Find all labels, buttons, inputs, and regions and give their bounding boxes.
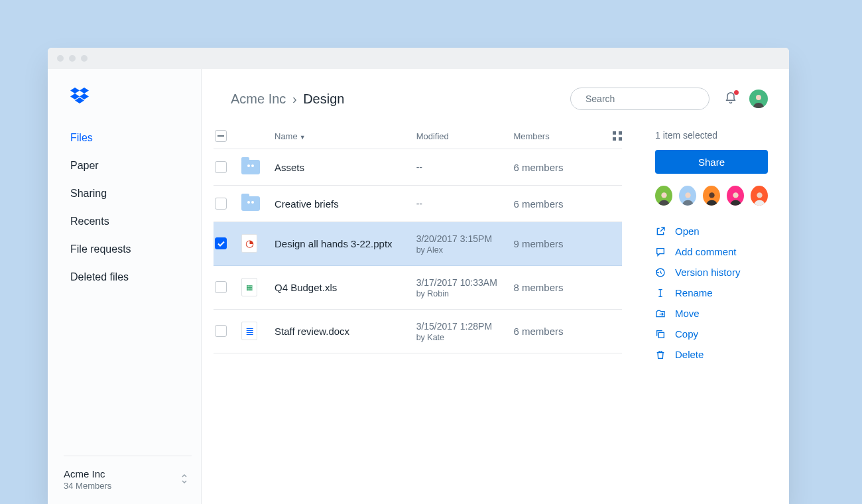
svg-rect-6	[613, 137, 616, 141]
svg-rect-3	[217, 135, 224, 137]
member-avatar[interactable]	[703, 186, 720, 206]
table-row[interactable]: ◔ Design all hands 3-22.pptx 3/20/2017 3…	[214, 222, 622, 266]
members-cell: 8 members	[513, 282, 602, 293]
user-avatar[interactable]	[749, 90, 768, 108]
header: Acme Inc › Design	[202, 88, 789, 123]
member-avatar[interactable]	[751, 186, 768, 206]
dropbox-logo-icon[interactable]	[70, 88, 185, 105]
main: Acme Inc › Design	[202, 69, 789, 504]
sort-descending-icon: ▼	[300, 134, 306, 141]
column-header-members[interactable]: Members	[513, 131, 602, 141]
file-actions: Open Add comment Version history Re	[655, 225, 768, 360]
history-icon	[655, 267, 666, 278]
delete-icon	[655, 349, 666, 360]
sidebar-item-files[interactable]: Files	[70, 124, 185, 152]
svg-point-11	[733, 192, 738, 198]
members-cell: 6 members	[513, 326, 602, 337]
powerpoint-file-icon: ◔	[241, 234, 257, 253]
select-all-checkbox[interactable]	[215, 130, 227, 142]
shared-folder-icon	[241, 196, 260, 211]
excel-file-icon: ▦	[241, 278, 257, 296]
word-file-icon: ≣	[241, 322, 257, 340]
svg-point-10	[709, 192, 714, 198]
file-name[interactable]: Assets	[275, 162, 416, 173]
table-header: Name▼ Modified Members	[214, 123, 622, 149]
sidebar: Files Paper Sharing Recents File request…	[48, 69, 202, 504]
table-area: Name▼ Modified Members Assets --	[202, 123, 789, 360]
column-header-name[interactable]: Name▼	[275, 131, 416, 141]
svg-rect-5	[619, 131, 622, 135]
member-avatar[interactable]	[655, 186, 672, 206]
file-table: Name▼ Modified Members Assets --	[214, 123, 635, 360]
window-dot	[57, 55, 64, 62]
svg-point-9	[685, 192, 690, 198]
selection-count: 1 item selected	[655, 130, 768, 141]
copy-icon	[655, 329, 666, 340]
action-version-history[interactable]: Version history	[655, 267, 768, 278]
sidebar-item-recents[interactable]: Recents	[70, 208, 185, 235]
action-add-comment[interactable]: Add comment	[655, 246, 768, 257]
action-move[interactable]: Move	[655, 308, 768, 319]
member-avatar[interactable]	[727, 186, 744, 206]
file-name[interactable]: Q4 Budget.xls	[275, 282, 416, 293]
shared-folder-icon	[241, 160, 260, 174]
breadcrumb-parent[interactable]: Acme Inc	[231, 92, 286, 106]
sidebar-item-paper[interactable]: Paper	[70, 152, 185, 180]
sidebar-item-sharing[interactable]: Sharing	[70, 180, 185, 208]
svg-rect-14	[658, 332, 664, 338]
members-cell: 6 members	[513, 162, 602, 173]
file-name[interactable]: Design all hands 3-22.pptx	[275, 238, 416, 249]
svg-point-12	[757, 192, 762, 198]
window-dot	[81, 55, 88, 62]
open-icon	[655, 226, 666, 237]
breadcrumb-current: Design	[303, 92, 344, 106]
row-checkbox[interactable]	[215, 237, 227, 249]
breadcrumb-separator: ›	[290, 92, 300, 106]
row-checkbox[interactable]	[215, 198, 227, 210]
members-cell: 9 members	[513, 238, 602, 249]
file-name[interactable]: Staff review.docx	[275, 326, 416, 337]
rename-icon	[655, 288, 666, 298]
action-rename[interactable]: Rename	[655, 287, 768, 298]
modified-cell: --	[416, 198, 514, 210]
sidebar-nav: Files Paper Sharing Recents File request…	[70, 124, 185, 291]
comment-icon	[655, 247, 666, 257]
table-row[interactable]: Creative briefs -- 6 members	[214, 186, 622, 222]
member-avatars	[655, 186, 768, 206]
action-copy[interactable]: Copy	[655, 328, 768, 340]
view-grid-button[interactable]	[602, 131, 622, 141]
table-row[interactable]: Assets -- 6 members	[214, 149, 622, 186]
notifications-button[interactable]	[724, 92, 737, 107]
modified-cell: 3/17/2017 10:33AM by Robin	[416, 277, 514, 298]
column-header-modified[interactable]: Modified	[416, 131, 514, 141]
move-icon	[655, 308, 666, 319]
app-window: Files Paper Sharing Recents File request…	[48, 48, 789, 504]
table-row[interactable]: ≣ Staff review.docx 3/15/2017 1:28PM by …	[214, 310, 622, 353]
modified-cell: 3/20/2017 3:15PM by Alex	[416, 233, 514, 255]
search-input[interactable]	[585, 94, 702, 104]
svg-rect-7	[619, 137, 622, 141]
row-checkbox[interactable]	[215, 325, 227, 337]
window-titlebar	[48, 48, 789, 69]
action-open[interactable]: Open	[655, 225, 768, 237]
member-avatar[interactable]	[679, 186, 696, 206]
share-button[interactable]: Share	[655, 150, 768, 174]
action-delete[interactable]: Delete	[655, 349, 768, 360]
svg-rect-4	[613, 131, 616, 135]
file-name[interactable]: Creative briefs	[275, 198, 416, 210]
window-dot	[69, 55, 76, 62]
org-members: 34 Members	[64, 481, 111, 491]
content: Files Paper Sharing Recents File request…	[48, 69, 789, 504]
svg-point-8	[661, 192, 666, 198]
details-panel: 1 item selected Share Open	[635, 123, 789, 360]
sidebar-item-file-requests[interactable]: File requests	[70, 235, 185, 263]
notification-dot-icon	[734, 90, 739, 95]
table-row[interactable]: ▦ Q4 Budget.xls 3/17/2017 10:33AM by Rob…	[214, 266, 622, 310]
sidebar-account-switcher[interactable]: Acme Inc 34 Members	[64, 456, 192, 491]
org-name: Acme Inc	[64, 468, 111, 479]
row-checkbox[interactable]	[215, 281, 227, 293]
search-input-wrap[interactable]	[570, 88, 709, 110]
row-checkbox[interactable]	[215, 161, 227, 173]
sidebar-item-deleted-files[interactable]: Deleted files	[70, 263, 185, 291]
breadcrumb: Acme Inc › Design	[231, 92, 570, 107]
